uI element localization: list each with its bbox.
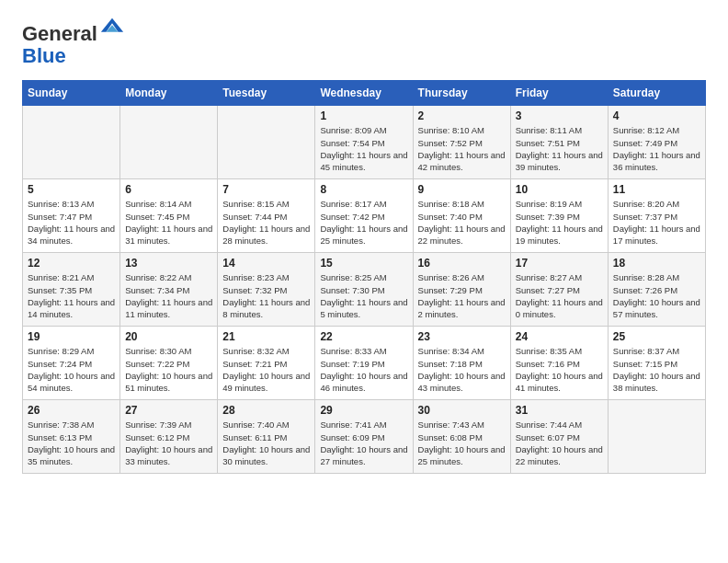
calendar-cell: 17Sunrise: 8:27 AM Sunset: 7:27 PM Dayli… — [510, 253, 608, 327]
day-number: 13 — [125, 257, 212, 270]
day-number: 16 — [418, 257, 506, 270]
day-info: Sunrise: 8:10 AM Sunset: 7:52 PM Dayligh… — [418, 124, 506, 173]
day-info: Sunrise: 8:29 AM Sunset: 7:24 PM Dayligh… — [28, 345, 115, 394]
day-info: Sunrise: 8:09 AM Sunset: 7:54 PM Dayligh… — [320, 124, 407, 173]
calendar-cell: 20Sunrise: 8:30 AM Sunset: 7:22 PM Dayli… — [120, 327, 218, 400]
header-cell-thursday: Thursday — [413, 81, 510, 106]
calendar-cell: 4Sunrise: 8:12 AM Sunset: 7:49 PM Daylig… — [608, 106, 705, 179]
day-number: 8 — [320, 183, 407, 196]
day-info: Sunrise: 8:21 AM Sunset: 7:35 PM Dayligh… — [28, 271, 115, 320]
day-info: Sunrise: 7:44 AM Sunset: 6:07 PM Dayligh… — [516, 419, 603, 467]
logo-icon — [99, 15, 125, 40]
header-cell-wednesday: Wednesday — [315, 81, 413, 106]
day-info: Sunrise: 7:40 AM Sunset: 6:11 PM Dayligh… — [222, 419, 310, 467]
calendar-cell: 14Sunrise: 8:23 AM Sunset: 7:32 PM Dayli… — [218, 253, 315, 327]
day-number: 26 — [28, 404, 115, 417]
day-info: Sunrise: 8:28 AM Sunset: 7:26 PM Dayligh… — [613, 271, 700, 320]
day-number: 12 — [28, 257, 115, 270]
logo: General Blue — [22, 18, 125, 67]
day-number: 17 — [516, 257, 603, 270]
day-number: 1 — [320, 109, 407, 122]
day-number: 11 — [613, 183, 700, 196]
day-info: Sunrise: 8:27 AM Sunset: 7:27 PM Dayligh… — [516, 271, 603, 320]
day-number: 30 — [418, 404, 506, 417]
header-cell-saturday: Saturday — [608, 81, 705, 106]
calendar-cell — [120, 106, 218, 179]
calendar-cell: 6Sunrise: 8:14 AM Sunset: 7:45 PM Daylig… — [120, 179, 218, 253]
day-info: Sunrise: 8:13 AM Sunset: 7:47 PM Dayligh… — [28, 198, 115, 247]
week-row-4: 26Sunrise: 7:38 AM Sunset: 6:13 PM Dayli… — [23, 400, 706, 474]
day-info: Sunrise: 8:26 AM Sunset: 7:29 PM Dayligh… — [418, 271, 506, 320]
calendar-cell — [608, 400, 705, 474]
header-row: SundayMondayTuesdayWednesdayThursdayFrid… — [23, 81, 706, 106]
day-info: Sunrise: 8:20 AM Sunset: 7:37 PM Dayligh… — [613, 198, 700, 247]
day-info: Sunrise: 8:35 AM Sunset: 7:16 PM Dayligh… — [516, 345, 603, 394]
day-number: 7 — [222, 183, 310, 196]
day-number: 21 — [222, 330, 310, 343]
calendar-cell: 8Sunrise: 8:17 AM Sunset: 7:42 PM Daylig… — [315, 179, 413, 253]
calendar-cell: 5Sunrise: 8:13 AM Sunset: 7:47 PM Daylig… — [23, 179, 120, 253]
calendar-cell: 11Sunrise: 8:20 AM Sunset: 7:37 PM Dayli… — [608, 179, 705, 253]
calendar-cell — [23, 106, 120, 179]
day-info: Sunrise: 8:11 AM Sunset: 7:51 PM Dayligh… — [516, 124, 603, 173]
day-info: Sunrise: 8:37 AM Sunset: 7:15 PM Dayligh… — [613, 345, 700, 394]
calendar-cell: 23Sunrise: 8:34 AM Sunset: 7:18 PM Dayli… — [413, 327, 510, 400]
calendar-cell: 22Sunrise: 8:33 AM Sunset: 7:19 PM Dayli… — [315, 327, 413, 400]
day-number: 24 — [516, 330, 603, 343]
week-row-2: 12Sunrise: 8:21 AM Sunset: 7:35 PM Dayli… — [23, 253, 706, 327]
day-number: 10 — [516, 183, 603, 196]
day-info: Sunrise: 8:17 AM Sunset: 7:42 PM Dayligh… — [320, 198, 407, 247]
day-info: Sunrise: 8:32 AM Sunset: 7:21 PM Dayligh… — [222, 345, 310, 394]
day-number: 28 — [222, 404, 310, 417]
day-number: 29 — [320, 404, 407, 417]
day-info: Sunrise: 8:33 AM Sunset: 7:19 PM Dayligh… — [320, 345, 407, 394]
day-info: Sunrise: 8:34 AM Sunset: 7:18 PM Dayligh… — [418, 345, 506, 394]
header-cell-monday: Monday — [120, 81, 218, 106]
calendar-cell: 26Sunrise: 7:38 AM Sunset: 6:13 PM Dayli… — [23, 400, 120, 474]
day-info: Sunrise: 8:12 AM Sunset: 7:49 PM Dayligh… — [613, 124, 700, 173]
calendar-cell: 19Sunrise: 8:29 AM Sunset: 7:24 PM Dayli… — [23, 327, 120, 400]
calendar-cell: 24Sunrise: 8:35 AM Sunset: 7:16 PM Dayli… — [510, 327, 608, 400]
day-info: Sunrise: 7:39 AM Sunset: 6:12 PM Dayligh… — [125, 419, 212, 467]
week-row-3: 19Sunrise: 8:29 AM Sunset: 7:24 PM Dayli… — [23, 327, 706, 400]
day-info: Sunrise: 7:41 AM Sunset: 6:09 PM Dayligh… — [320, 419, 407, 467]
week-row-1: 5Sunrise: 8:13 AM Sunset: 7:47 PM Daylig… — [23, 179, 706, 253]
day-number: 18 — [613, 257, 700, 270]
day-number: 6 — [125, 183, 212, 196]
calendar-cell: 30Sunrise: 7:43 AM Sunset: 6:08 PM Dayli… — [413, 400, 510, 474]
calendar-cell: 15Sunrise: 8:25 AM Sunset: 7:30 PM Dayli… — [315, 253, 413, 327]
day-info: Sunrise: 8:22 AM Sunset: 7:34 PM Dayligh… — [125, 271, 212, 320]
calendar-cell: 31Sunrise: 7:44 AM Sunset: 6:07 PM Dayli… — [510, 400, 608, 474]
day-info: Sunrise: 8:30 AM Sunset: 7:22 PM Dayligh… — [125, 345, 212, 394]
day-number: 23 — [418, 330, 506, 343]
day-number: 3 — [516, 109, 603, 122]
calendar-cell: 28Sunrise: 7:40 AM Sunset: 6:11 PM Dayli… — [218, 400, 315, 474]
day-number: 15 — [320, 257, 407, 270]
day-number: 20 — [125, 330, 212, 343]
day-info: Sunrise: 8:14 AM Sunset: 7:45 PM Dayligh… — [125, 198, 212, 247]
calendar-cell: 9Sunrise: 8:18 AM Sunset: 7:40 PM Daylig… — [413, 179, 510, 253]
calendar-cell: 1Sunrise: 8:09 AM Sunset: 7:54 PM Daylig… — [315, 106, 413, 179]
calendar-cell — [218, 106, 315, 179]
day-number: 4 — [613, 109, 700, 122]
header: General Blue — [22, 18, 706, 67]
day-info: Sunrise: 8:18 AM Sunset: 7:40 PM Dayligh… — [418, 198, 506, 247]
day-info: Sunrise: 8:25 AM Sunset: 7:30 PM Dayligh… — [320, 271, 407, 320]
day-number: 19 — [28, 330, 115, 343]
calendar-cell: 3Sunrise: 8:11 AM Sunset: 7:51 PM Daylig… — [510, 106, 608, 179]
calendar-cell: 29Sunrise: 7:41 AM Sunset: 6:09 PM Dayli… — [315, 400, 413, 474]
calendar-table: SundayMondayTuesdayWednesdayThursdayFrid… — [22, 80, 706, 474]
day-info: Sunrise: 8:19 AM Sunset: 7:39 PM Dayligh… — [516, 198, 603, 247]
calendar-cell: 2Sunrise: 8:10 AM Sunset: 7:52 PM Daylig… — [413, 106, 510, 179]
day-info: Sunrise: 7:43 AM Sunset: 6:08 PM Dayligh… — [418, 419, 506, 467]
calendar-cell: 16Sunrise: 8:26 AM Sunset: 7:29 PM Dayli… — [413, 253, 510, 327]
calendar-cell: 21Sunrise: 8:32 AM Sunset: 7:21 PM Dayli… — [218, 327, 315, 400]
week-row-0: 1Sunrise: 8:09 AM Sunset: 7:54 PM Daylig… — [23, 106, 706, 179]
header-cell-friday: Friday — [510, 81, 608, 106]
day-number: 31 — [516, 404, 603, 417]
calendar-cell: 27Sunrise: 7:39 AM Sunset: 6:12 PM Dayli… — [120, 400, 218, 474]
day-number: 5 — [28, 183, 115, 196]
day-number: 9 — [418, 183, 506, 196]
day-info: Sunrise: 7:38 AM Sunset: 6:13 PM Dayligh… — [28, 419, 115, 467]
calendar-cell: 25Sunrise: 8:37 AM Sunset: 7:15 PM Dayli… — [608, 327, 705, 400]
